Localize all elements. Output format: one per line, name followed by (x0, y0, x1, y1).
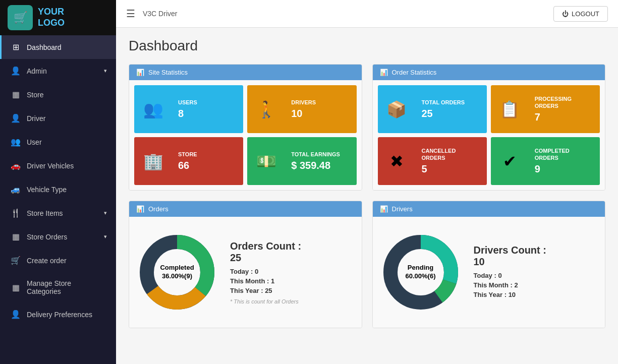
bar-chart-icon: 📊 (136, 69, 144, 76)
orders-donut: Completed 36.00%(9) (137, 232, 217, 313)
orders-chart-title: Orders (148, 205, 168, 213)
order-icon-total-orders: 📦 (378, 85, 416, 133)
nav-icon-driver: 👤 (11, 113, 21, 123)
bar-chart-icon-2: 📊 (380, 69, 388, 76)
nav-icon-dashboard: ⊞ (11, 42, 21, 52)
logo-area: YOURLOGO (0, 0, 116, 35)
orders-chart-stats: Orders Count : 25 Today : 0 This Month :… (230, 240, 301, 305)
stat-icon-users: 👥 (134, 85, 172, 133)
order-icon-completed-orders: ✔ (491, 137, 529, 185)
menu-icon[interactable]: ☰ (126, 8, 135, 20)
sidebar-item-manage-store-categories[interactable]: ▦ Manage Store Categories (0, 272, 116, 302)
logo-icon (8, 5, 33, 30)
stat-tile-drivers[interactable]: 🚶 DRIVERS 10 (247, 85, 356, 133)
sidebar-item-create-order[interactable]: 🛒 Create order (0, 249, 116, 272)
power-icon: ⏻ (562, 10, 569, 18)
site-statistics-card: 📊 Site Statistics 👥 USERS 8 🚶 DRIVERS 10… (129, 64, 362, 191)
nav-label-create-order: Create order (27, 257, 107, 265)
content-area: Dashboard 📊 Site Statistics 👥 USERS 8 🚶 … (116, 28, 618, 364)
nav-label-vehicle-type: Vehicle Type (27, 186, 107, 194)
sidebar-item-store[interactable]: ▦ Store (0, 83, 116, 106)
orders-this-year: This Year : 25 (230, 287, 301, 294)
order-icon-processing-orders: 📋 (491, 85, 529, 133)
order-value-cancelled-orders: 5 (422, 163, 481, 175)
main-area: ☰ V3C Driver ⏻ LOGOUT Dashboard 📊 Site S… (116, 0, 618, 364)
order-icon-cancelled-orders: ✖ (378, 137, 416, 185)
orders-this-month: This Month : 1 (230, 277, 301, 285)
order-label-cancelled-orders: CANCELLED ORDERS (422, 147, 481, 162)
chevron-down-icon: ▾ (104, 233, 107, 240)
nav-icon-store-orders: ▦ (11, 232, 21, 241)
sidebar-item-user[interactable]: 👥 User (0, 130, 116, 154)
drivers-donut-label: Pending 60.00%(6) (406, 264, 436, 281)
page-title: Dashboard (129, 38, 605, 54)
sidebar-item-driver[interactable]: 👤 Driver (0, 106, 116, 130)
drivers-chart-card: 📊 Drivers Pending 60.00%(6) (372, 201, 606, 328)
nav-icon-driver-vehicles: 🚗 (11, 161, 21, 170)
stat-value-total-earnings: $ 359.48 (291, 160, 350, 171)
drivers-donut-text: Pending (406, 264, 436, 272)
sidebar-item-vehicle-type[interactable]: 🚙 Vehicle Type (0, 177, 116, 201)
nav-label-store-orders: Store Orders (27, 233, 98, 241)
orders-chart-note: * This is count for all Orders (230, 298, 301, 305)
nav-icon-store: ▦ (11, 90, 21, 99)
order-statistics-title: Order Statistics (392, 69, 437, 76)
logout-label: LOGOUT (572, 10, 599, 18)
order-label-processing-orders: PROCESSING ORDERS (535, 95, 594, 110)
sidebar-item-store-orders[interactable]: ▦ Store Orders ▾ (0, 225, 116, 249)
stat-tile-total-earnings[interactable]: 💵 TOTAL EARNINGS $ 359.48 (247, 137, 356, 185)
site-statistics-grid: 👥 USERS 8 🚶 DRIVERS 10 🏢 STORE 66 💵 TOTA… (129, 80, 362, 190)
nav-label-admin: Admin (27, 67, 98, 75)
nav-icon-store-items: 🍴 (11, 208, 21, 218)
order-value-completed-orders: 9 (535, 163, 594, 175)
stat-value-users: 8 (178, 108, 237, 119)
logout-button[interactable]: ⏻ LOGOUT (553, 6, 608, 22)
sidebar-item-store-items[interactable]: 🍴 Store Items ▾ (0, 201, 116, 225)
orders-donut-label: Completed 36.00%(9) (160, 264, 194, 281)
order-tile-cancelled-orders[interactable]: ✖ CANCELLED ORDERS 5 (378, 137, 487, 185)
orders-chart-body: Completed 36.00%(9) Orders Count : 25 To… (129, 217, 362, 328)
orders-donut-text: Completed (160, 264, 194, 272)
header-left: ☰ V3C Driver (126, 8, 177, 20)
order-tile-completed-orders[interactable]: ✔ COMPLETED ORDERS 9 (491, 137, 600, 185)
order-tile-total-orders[interactable]: 📦 TOTAL ORDERS 25 (378, 85, 487, 133)
sidebar-item-dashboard[interactable]: ⊞ Dashboard (0, 35, 116, 59)
nav-icon-vehicle-type: 🚙 (11, 185, 21, 194)
nav-label-driver-vehicles: Driver Vehicles (27, 162, 107, 170)
order-statistics-grid: 📦 TOTAL ORDERS 25 📋 PROCESSING ORDERS 7 … (373, 80, 605, 190)
drivers-donut: Pending 60.00%(6) (380, 232, 461, 313)
nav-icon-manage-store-categories: ▦ (11, 283, 21, 292)
drivers-today: Today : 0 (474, 272, 546, 279)
chevron-down-icon: ▾ (104, 210, 107, 216)
drivers-count-title: Drivers Count : 10 (474, 245, 546, 268)
stats-row: 📊 Site Statistics 👥 USERS 8 🚶 DRIVERS 10… (129, 64, 605, 191)
drivers-this-month: This Month : 2 (474, 281, 546, 289)
stat-tile-users[interactable]: 👥 USERS 8 (134, 85, 243, 133)
stat-value-drivers: 10 (291, 108, 350, 119)
stat-label-users: USERS (178, 99, 237, 106)
sidebar-item-driver-vehicles[interactable]: 🚗 Driver Vehicles (0, 154, 116, 177)
nav-label-store: Store (27, 91, 107, 99)
sidebar-item-admin[interactable]: 👤 Admin ▾ (0, 59, 116, 83)
nav-label-driver: Driver (27, 114, 107, 123)
order-statistics-card: 📊 Order Statistics 📦 TOTAL ORDERS 25 📋 P… (372, 64, 606, 191)
nav-label-user: User (27, 138, 107, 146)
sidebar-item-delivery-preferences[interactable]: 👤 Delivery Preferences (0, 302, 116, 326)
drivers-donut-pct: 60.00%(6) (406, 272, 436, 281)
sidebar: YOURLOGO ⊞ Dashboard 👤 Admin ▾▦ Store 👤 … (0, 0, 116, 364)
order-tile-processing-orders[interactable]: 📋 PROCESSING ORDERS 7 (491, 85, 600, 133)
stat-tile-store[interactable]: 🏢 STORE 66 (134, 137, 243, 185)
orders-today: Today : 0 (230, 268, 301, 275)
drivers-chart-title: Drivers (392, 205, 413, 213)
chevron-down-icon: ▾ (104, 68, 107, 74)
drivers-chart-body: Pending 60.00%(6) Drivers Count : 10 Tod… (373, 217, 605, 328)
nav-icon-user: 👥 (11, 137, 21, 147)
orders-chart-header: 📊 Orders (129, 201, 362, 217)
nav-label-delivery-preferences: Delivery Preferences (27, 311, 107, 319)
nav-icon-admin: 👤 (11, 66, 21, 76)
stat-icon-drivers: 🚶 (247, 85, 285, 133)
header: ☰ V3C Driver ⏻ LOGOUT (116, 0, 618, 28)
nav-icon-delivery-preferences: 👤 (11, 310, 21, 319)
stat-icon-store: 🏢 (134, 137, 172, 185)
site-statistics-title: Site Statistics (148, 69, 188, 76)
